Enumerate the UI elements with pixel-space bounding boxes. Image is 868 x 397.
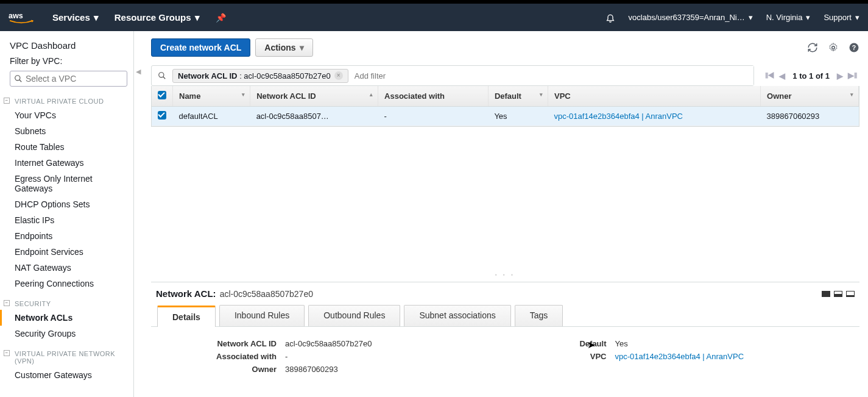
sidebar-item-subnets[interactable]: Subnets [0, 123, 133, 139]
sidebar-item-customer-gateways[interactable]: Customer Gateways [0, 367, 133, 383]
svg-point-3 [832, 46, 835, 49]
details-subtitle: acl-0c9c58aa8507b27e0 [220, 289, 313, 299]
detail-key-associated: Associated with [175, 352, 285, 361]
col-associated-label: Associated with [384, 91, 445, 101]
sidebar-item-egress-gateways[interactable]: Egress Only Internet Gateways [0, 171, 133, 196]
layout-split-icon[interactable] [834, 291, 842, 297]
help-icon[interactable]: ? [849, 42, 859, 53]
sort-icon: ▴ [370, 91, 373, 98]
detail-key-default: Default [506, 339, 615, 348]
settings-icon[interactable] [828, 42, 839, 53]
detail-val-vpc-link[interactable]: vpc-01af14e2b364ebfa4 | AnranVPC [615, 352, 744, 361]
services-menu[interactable]: Services ▾ [52, 12, 99, 23]
sidebar-dashboard[interactable]: VPC Dashboard [0, 37, 133, 54]
layout-full-icon[interactable] [822, 291, 830, 297]
caret-down-icon: ▾ [195, 12, 200, 23]
pagination: ⦀◀ ◀ 1 to 1 of 1 ▶ ▶⦀ [763, 71, 859, 80]
col-owner[interactable]: Owner▾ [761, 86, 859, 107]
sidebar-item-endpoint-services[interactable]: Endpoint Services [0, 244, 133, 260]
actions-label: Actions [264, 43, 295, 52]
add-filter-input[interactable] [348, 66, 754, 85]
cell-owner: 389867060293 [761, 107, 859, 126]
detail-val-associated: - [285, 352, 288, 361]
col-associated[interactable]: Associated with [378, 86, 489, 107]
caret-down-icon: ▾ [806, 13, 810, 22]
sidebar-item-your-vpcs[interactable]: Your VPCs [0, 107, 133, 123]
top-nav: aws Services ▾ Resource Groups ▾ 📌 vocla… [0, 0, 868, 31]
tab-outbound-rules[interactable]: Outbound Rules [308, 305, 400, 326]
tab-subnet-associations[interactable]: Subnet associations [404, 305, 510, 326]
col-name-label: Name [179, 91, 200, 101]
notifications-icon[interactable] [605, 13, 615, 23]
col-acl-id[interactable]: Network ACL ID▴ [250, 86, 378, 107]
sidebar-filter-label: Filter by VPC: [0, 54, 133, 68]
caret-down-icon: ▾ [749, 13, 753, 22]
collapse-icon[interactable]: − [4, 300, 10, 306]
actions-button[interactable]: Actions ▾ [255, 38, 312, 57]
sidebar-section-vpn: − VIRTUAL PRIVATE NETWORK (VPN) [0, 342, 133, 367]
region-menu[interactable]: N. Virginia ▾ [766, 13, 811, 22]
cell-vpc-link[interactable]: vpc-01af14e2b364ebfa4 | AnranVPC [554, 112, 683, 121]
row-checkbox[interactable] [158, 111, 166, 120]
resize-handle[interactable]: ▪ ▪ ▪ [151, 272, 859, 278]
detail-val-acl-id: acl-0c9c58aa8507b27e0 [285, 339, 372, 348]
tab-inbound-rules[interactable]: Inbound Rules [219, 305, 305, 326]
page-prev-icon[interactable]: ◀ [779, 71, 785, 80]
search-icon [14, 74, 23, 83]
svg-text:aws: aws [9, 11, 23, 20]
caret-down-icon: ▾ [300, 43, 304, 52]
refresh-icon[interactable] [807, 42, 818, 53]
sidebar-item-endpoints[interactable]: Endpoints [0, 228, 133, 244]
sort-icon: ▾ [540, 91, 543, 98]
page-first-icon[interactable]: ⦀◀ [765, 71, 774, 80]
svg-text:?: ? [852, 44, 856, 51]
page-info: 1 to 1 of 1 [792, 71, 830, 80]
collapse-icon[interactable]: − [4, 98, 10, 104]
pin-icon[interactable]: 📌 [216, 13, 226, 23]
sidebar-vpc-select[interactable]: Select a VPC [10, 71, 127, 87]
sidebar-item-elastic-ips[interactable]: Elastic IPs [0, 212, 133, 228]
sidebar-item-security-groups[interactable]: Security Groups [0, 326, 133, 342]
search-icon [152, 71, 172, 80]
sidebar-section-vpc-title: VIRTUAL PRIVATE CLOUD [15, 98, 104, 105]
resource-groups-menu[interactable]: Resource Groups ▾ [115, 12, 200, 23]
account-menu[interactable]: voclabs/user637359=Anran_Ni… ▾ [629, 13, 753, 22]
sidebar-item-nat-gateways[interactable]: NAT Gateways [0, 260, 133, 276]
remove-filter-icon[interactable]: × [334, 71, 343, 80]
sidebar-collapse-handle[interactable]: ◀ [134, 31, 143, 397]
sidebar-item-internet-gateways[interactable]: Internet Gateways [0, 155, 133, 171]
layout-bottom-icon[interactable] [846, 291, 855, 297]
services-label: Services [52, 12, 90, 23]
details-tabs: Details Inbound Rules Outbound Rules Sub… [151, 305, 859, 327]
tab-details[interactable]: Details [157, 306, 216, 327]
sidebar-item-network-acls[interactable]: Network ACLs [0, 310, 133, 326]
filter-chip[interactable]: Network ACL ID : acl-0c9c58aa8507b27e0 × [172, 69, 348, 83]
tab-tags[interactable]: Tags [515, 305, 563, 326]
col-default-label: Default [495, 91, 521, 101]
col-default[interactable]: Default▾ [488, 86, 548, 107]
cell-acl-id: acl-0c9c58aa8507… [250, 107, 378, 126]
create-network-acl-button[interactable]: Create network ACL [151, 38, 250, 57]
collapse-icon[interactable]: − [4, 350, 10, 356]
sidebar-section-security: − SECURITY [0, 291, 133, 310]
sidebar-section-security-title: SECURITY [15, 300, 51, 307]
filter-chip-value: acl-0c9c58aa8507b27e0 [244, 71, 330, 80]
sidebar-item-peering[interactable]: Peering Connections [0, 276, 133, 291]
sidebar: VPC Dashboard Filter by VPC: Select a VP… [0, 31, 134, 397]
sidebar-item-dhcp-options[interactable]: DHCP Options Sets [0, 196, 133, 212]
filter-bar: Network ACL ID : acl-0c9c58aa8507b27e0 × [151, 65, 754, 86]
support-label: Support [824, 13, 852, 22]
aws-logo[interactable]: aws [9, 11, 34, 24]
caret-down-icon: ▾ [855, 13, 859, 22]
support-menu[interactable]: Support ▾ [824, 13, 859, 22]
table-row[interactable]: defaultACL acl-0c9c58aa8507… - Yes vpc-0… [152, 107, 859, 126]
select-all-checkbox[interactable] [158, 91, 166, 99]
page-next-icon[interactable]: ▶ [837, 71, 843, 80]
region-label: N. Virginia [766, 13, 803, 22]
col-name[interactable]: Name▾ [173, 86, 250, 107]
sidebar-item-route-tables[interactable]: Route Tables [0, 139, 133, 155]
account-label: voclabs/user637359=Anran_Ni… [629, 13, 745, 22]
sort-icon: ▾ [850, 91, 853, 98]
page-last-icon[interactable]: ▶⦀ [848, 71, 857, 80]
col-vpc[interactable]: VPC [548, 86, 760, 107]
